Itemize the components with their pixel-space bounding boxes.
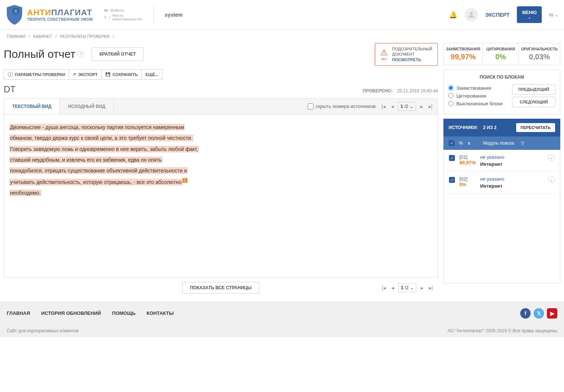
- footer-link-history[interactable]: ИСТОРИЯ ОБНОВЛЕНИЙ: [41, 310, 101, 316]
- logo-anti: АНТИ: [27, 8, 51, 17]
- show-all-pages-button[interactable]: ПОКАЗАТЬ ВСЕ СТРАНИЦЫ: [182, 282, 259, 294]
- highlighted-text[interactable]: необходимо.: [9, 190, 41, 196]
- radio-disabled-blocks[interactable]: Выключенные блоки: [448, 101, 512, 106]
- footer-link-home[interactable]: ГЛАВНАЯ: [7, 310, 30, 316]
- export-icon: ↗: [73, 72, 76, 77]
- source-checkbox[interactable]: ✓: [449, 177, 455, 183]
- system-label: system: [165, 12, 183, 18]
- next-page-button[interactable]: ▸: [418, 103, 425, 110]
- stat-orig-value: 0,03%: [521, 53, 558, 61]
- stat-borrow-label: ЗАИМСТВОВАНИЯ: [446, 47, 480, 51]
- tabs-bar: ТЕКСТОВЫЙ ВИД ИСХОДНЫЙ ВИД скрыть номера…: [4, 98, 438, 114]
- filter-icon[interactable]: ▽: [521, 141, 524, 146]
- partner-logos: SkSkolkovo ⚜| Реестротечественного ПО: [104, 9, 142, 21]
- highlighted-text[interactable]: Говорить заведомую ложь и одновременно в…: [9, 146, 199, 152]
- select-all-checkbox[interactable]: ✓: [449, 140, 455, 146]
- user-role[interactable]: ЭКСПЕРТ: [485, 12, 510, 18]
- check-params-button[interactable]: i ПАРАМЕТРЫ ПРОВЕРКИ: [4, 69, 69, 80]
- footer-link-contacts[interactable]: КОНТАКТЫ: [147, 310, 174, 316]
- sort-by-percent[interactable]: %: [459, 141, 463, 146]
- avatar[interactable]: [465, 8, 478, 22]
- source-badge[interactable]: 1: [183, 178, 188, 183]
- export-button[interactable]: ↗ ЭКСПОРТ: [69, 69, 102, 80]
- chevron-down-icon: ⌄: [410, 104, 413, 109]
- page-selector[interactable]: 1/2 ⌄: [398, 102, 416, 111]
- radio-citations[interactable]: Цитирования: [448, 93, 512, 99]
- save-button[interactable]: 💾 СОХРАНИТЬ: [102, 69, 142, 80]
- chevron-down-icon: ⌄: [410, 285, 414, 290]
- copyright: АО "Антиплагиат" 2005-2019 © Все права з…: [447, 328, 557, 333]
- highlighted-text[interactable]: обманом, твердо держа курс к своей цели,…: [9, 135, 193, 141]
- source-module: Интернет: [480, 183, 544, 189]
- next-page-button[interactable]: ▸: [419, 284, 425, 291]
- checked-date: 25.11.2019 16:40:44: [397, 88, 438, 93]
- divider: [153, 6, 154, 24]
- help-icon[interactable]: ?: [78, 51, 84, 57]
- more-button[interactable]: ЕЩЁ...: [142, 69, 163, 80]
- page-selector[interactable]: 1/2 ⌄: [398, 283, 416, 292]
- col-module-label: Модуль поиска: [483, 141, 514, 146]
- first-page-button[interactable]: |◂: [380, 103, 387, 110]
- breadcrumb-item[interactable]: РЕЗУЛЬТАТЫ ПРОВЕРКИ: [60, 34, 109, 39]
- next-block-button[interactable]: СЛЕДУЮЩИЙ: [512, 97, 555, 107]
- source-checkbox[interactable]: ✓: [449, 155, 455, 161]
- expand-source-button[interactable]: ⌄: [548, 154, 555, 161]
- corporate-link[interactable]: Сайт для корпоративных клиентов: [7, 328, 79, 333]
- highlighted-text[interactable]: Двоемыслие - душа ангсоца, поскольку пар…: [9, 124, 185, 131]
- prev-page-button[interactable]: ◂: [389, 284, 396, 291]
- youtube-icon[interactable]: ▶: [547, 308, 557, 319]
- first-page-button[interactable]: |◂: [380, 284, 387, 291]
- prev-block-button[interactable]: ПРЕДЫДУЩИЙ: [512, 84, 555, 95]
- menu-button[interactable]: МЕНЮ ⌄: [517, 6, 542, 23]
- tab-source-view[interactable]: ИСХОДНЫЙ ВИД: [60, 99, 114, 114]
- document-content: Двоемыслие - душа ангсоца, поскольку пар…: [4, 114, 438, 277]
- source-name[interactable]: не указано: [480, 154, 544, 160]
- last-page-button[interactable]: ▸|: [427, 284, 434, 291]
- tab-text-view[interactable]: ТЕКСТОВЫЙ ВИД: [4, 98, 60, 114]
- toolbar: i ПАРАМЕТРЫ ПРОВЕРКИ ↗ ЭКСПОРТ 💾 СОХРАНИ…: [4, 69, 438, 80]
- save-icon: 💾: [105, 72, 111, 77]
- search-blocks: ПОИСК ПО БЛОКАМ Заимствования Цитировани…: [443, 70, 560, 114]
- logo-slogan: ТВОРИТЕ СОБСТВЕННЫМ УМОМ: [27, 17, 93, 22]
- highlighted-text[interactable]: понадобился, отрицать существование объе…: [9, 167, 188, 174]
- expand-source-button[interactable]: ⌄: [548, 176, 555, 183]
- breadcrumb-item[interactable]: ГЛАВНАЯ: [7, 34, 25, 39]
- stats-box: ЗАИМСТВОВАНИЯ 99,97% ЦИТИРОВАНИЯ 0% ОРИГ…: [443, 43, 560, 65]
- highlighted-text[interactable]: ставший неудобным, и извлечь его из забв…: [9, 157, 163, 163]
- sort-icon[interactable]: ⇅: [468, 141, 470, 145]
- pager-top: |◂ ◂ 1/2 ⌄ ▸ ▸|: [380, 102, 434, 111]
- source-item: ✓ [01] 99,97% не указано Интернет ⌄: [444, 150, 560, 172]
- source-number: [02]: [459, 176, 476, 182]
- facebook-icon[interactable]: f: [520, 308, 531, 319]
- svg-point-2: [470, 12, 473, 15]
- language-selector[interactable]: ru⌄: [549, 12, 558, 17]
- page-title: Полный отчет ?: [4, 48, 84, 60]
- source-name[interactable]: не указано: [480, 176, 544, 182]
- highlighted-text[interactable]: учитывать действительность, которую отри…: [9, 179, 183, 185]
- sources-columns: ✓ % ⇅ Модуль поиска ▽: [443, 136, 560, 150]
- footer-nav: ГЛАВНАЯ ИСТОРИЯ ОБНОВЛЕНИЙ ПОМОЩЬ КОНТАК…: [0, 302, 564, 325]
- logo[interactable]: © АНТИПЛАГИАТ ТВОРИТЕ СОБСТВЕННЫМ УМОМ: [6, 4, 93, 25]
- stat-orig-label: ОРИГИНАЛЬНОСТЬ: [521, 47, 558, 51]
- twitter-icon[interactable]: 𝕏: [534, 308, 544, 319]
- last-page-button[interactable]: ▸|: [427, 103, 434, 110]
- breadcrumb-item[interactable]: КАБИНЕТ: [33, 34, 52, 39]
- brief-report-button[interactable]: КРАТКИЙ ОТЧЕТ: [92, 47, 144, 61]
- sources-header: ИСТОЧНИКИ: 2 ИЗ 2 ПЕРЕСЧИТАТЬ: [443, 119, 560, 136]
- prev-page-button[interactable]: ◂: [389, 103, 396, 110]
- footer-link-help[interactable]: ПОМОЩЬ: [112, 310, 135, 316]
- shield-icon: ©: [6, 4, 23, 25]
- radio-borrowings[interactable]: Заимствования: [448, 85, 512, 91]
- suspicious-document-box: ⚠ ВКЛ ПОДОЗРИТЕЛЬНЫЙ ДОКУМЕНТ ПОСМОТРЕТЬ: [375, 43, 438, 66]
- title-row: Полный отчет ? КРАТКИЙ ОТЧЕТ ⚠ ВКЛ ПОДОЗ…: [4, 43, 438, 66]
- checked-label: ПРОВЕРЕНО:: [363, 88, 392, 93]
- breadcrumb: ГЛАВНАЯ / КАБИНЕТ / РЕЗУЛЬТАТЫ ПРОВЕРКИ …: [0, 30, 564, 43]
- recalculate-button[interactable]: ПЕРЕСЧИТАТЬ: [516, 123, 555, 132]
- view-suspicious-link[interactable]: ПОСМОТРЕТЬ: [392, 57, 421, 62]
- bell-icon[interactable]: 🔔: [449, 11, 457, 19]
- hide-source-numbers-checkbox[interactable]: скрыть номера источников: [308, 103, 376, 109]
- source-percent: 99,97%: [459, 160, 476, 165]
- info-icon: i: [8, 72, 13, 77]
- stat-borrow-value: 99,97%: [446, 53, 480, 61]
- footer-bottom: Сайт для корпоративных клиентов АО "Анти…: [0, 325, 564, 337]
